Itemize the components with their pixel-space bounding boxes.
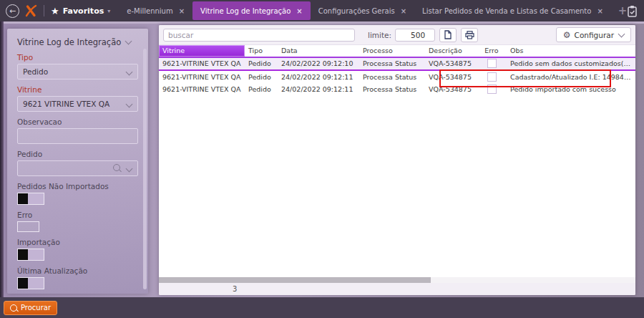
tipo-value: Pedido: [23, 67, 48, 76]
tipo-select[interactable]: Pedido: [17, 64, 138, 80]
vitrine-value: 9621 VITRINE VTEX QA: [23, 100, 109, 108]
cell-obs: Pedido importado com sucesso: [507, 83, 635, 95]
gear-icon: ⚙: [563, 31, 571, 39]
vitrine-select[interactable]: 9621 VITRINE VTEX QA: [17, 96, 138, 112]
panel-title[interactable]: Vitrine Log de Integração: [17, 37, 138, 47]
table-header-row: Vitrine Tipo Data Processo Descrição Err…: [159, 45, 635, 57]
configure-button[interactable]: ⚙ Configurar: [556, 27, 631, 42]
tab-label: Configurações Gerais: [318, 7, 395, 15]
pedido-lookup-input[interactable]: [17, 160, 138, 176]
cell-descricao: VQA-534875: [425, 83, 477, 95]
table-row[interactable]: 9621-VITRINE VTEX QA Pedido 24/02/2022 0…: [159, 70, 635, 83]
cell-descricao: VQA-534875: [425, 57, 477, 70]
search-icon[interactable]: [113, 164, 120, 171]
chevron-down-icon: [126, 69, 133, 76]
tab-label: Vitrine Log de Integração: [200, 7, 291, 15]
add-tab-button[interactable]: +: [618, 4, 628, 17]
cell-data: 24/02/2022 09:12:10: [278, 57, 359, 70]
search-input[interactable]: [163, 29, 355, 42]
star-icon: ★: [51, 6, 59, 16]
filter-panel: Vitrine Log de Integração Tipo Pedido Vi…: [7, 29, 148, 294]
scrollbar-thumb[interactable]: [159, 277, 431, 283]
topbar: ← ★ Favoritos ▾ e-Millennium × Vitrine L…: [0, 0, 644, 21]
back-icon[interactable]: ←: [6, 4, 19, 18]
pedidos-nao-importados-toggle[interactable]: [17, 193, 44, 205]
toggle-knob: [18, 278, 28, 289]
ultima-atualizacao-toggle[interactable]: [17, 277, 44, 289]
left-edge-shadow: [0, 21, 4, 297]
divider: [44, 5, 44, 16]
brand-logo-icon[interactable]: [25, 4, 37, 17]
topbar-actions: [627, 5, 644, 17]
observacao-input[interactable]: [17, 128, 138, 144]
importacao-toggle[interactable]: [17, 249, 44, 261]
tab-e-millennium[interactable]: e-Millennium ×: [119, 1, 192, 20]
erro-label: Erro: [17, 211, 138, 219]
chevron-down-icon: [126, 165, 133, 173]
bottom-action-bar: Procurar: [0, 297, 644, 318]
favorites-menu[interactable]: ★ Favoritos ▾: [51, 6, 110, 16]
cell-processo: Processa Status: [359, 70, 425, 83]
cell-processo: Processa Status: [359, 83, 425, 95]
back-arrow-glyph: ←: [9, 6, 16, 16]
panel-title-label: Vitrine Log de Integração: [17, 37, 121, 47]
cell-processo: Processa Status: [359, 57, 425, 70]
cell-vitrine: 9621-VITRINE VTEX QA: [159, 70, 245, 83]
chevron-down-icon: ▾: [107, 8, 110, 14]
observacao-label: Observacao: [17, 117, 138, 126]
tasks-clipboard-icon[interactable]: [627, 5, 638, 17]
main-area: Vitrine Log de Integração Tipo Pedido Vi…: [0, 21, 644, 297]
pedidos-nao-importados-label: Pedidos Não Importados: [17, 182, 138, 191]
tab-vitrine-log-de-integracao[interactable]: Vitrine Log de Integração ×: [192, 1, 311, 20]
cell-obs: Pedido sem dados customizados(customDat.…: [507, 57, 635, 70]
limit-input[interactable]: [395, 29, 435, 42]
document-icon: [444, 30, 452, 39]
column-header-erro[interactable]: Erro: [477, 45, 507, 57]
erro-toggle[interactable]: [17, 221, 39, 232]
tab-bar: e-Millennium × Vitrine Log de Integração…: [119, 0, 627, 21]
configure-label: Configurar: [575, 31, 614, 39]
vitrine-label: Vitrine: [17, 85, 138, 94]
printer-icon: [465, 31, 474, 39]
chevron-down-icon: [126, 101, 133, 108]
cell-tipo: Pedido: [245, 70, 278, 83]
results-panel: limite: ⚙ Configu: [159, 25, 635, 295]
erro-checkbox[interactable]: [487, 85, 497, 94]
cell-vitrine: 9621-VITRINE VTEX QA: [159, 83, 245, 95]
cell-obs: Cadastrado/Atualizado I.E: 149848403115: [507, 70, 635, 83]
results-toolbar: limite: ⚙ Configu: [159, 25, 635, 45]
app-window: ← ★ Favoritos ▾ e-Millennium × Vitrine L…: [0, 0, 644, 318]
limit-label: limite:: [368, 31, 391, 39]
pedido-label: Pedido: [17, 150, 138, 158]
print-button[interactable]: [461, 28, 478, 42]
column-header-tipo[interactable]: Tipo: [245, 45, 278, 57]
tab-listar-pedidos[interactable]: Listar Pedidos de Venda e Listas de Casa…: [414, 1, 611, 20]
table-row[interactable]: 9621-VITRINE VTEX QA Pedido 24/02/2022 0…: [159, 83, 635, 95]
horizontal-scrollbar[interactable]: [159, 277, 635, 283]
sidebar-scrollbar[interactable]: [143, 49, 147, 289]
close-icon[interactable]: ×: [597, 7, 602, 15]
chevron-down-icon: [618, 31, 625, 38]
cell-data: 24/02/2022 09:12:11: [278, 83, 359, 95]
close-icon[interactable]: ×: [179, 7, 185, 15]
tab-label: Listar Pedidos de Venda e Listas de Casa…: [422, 7, 591, 15]
search-submit-button[interactable]: Procurar: [4, 301, 57, 315]
table-footer: 3: [159, 283, 635, 295]
row-count: 3: [233, 285, 237, 293]
procurar-label: Procurar: [21, 304, 51, 312]
export-button[interactable]: [439, 28, 457, 42]
column-header-data[interactable]: Data: [278, 45, 359, 57]
close-icon[interactable]: ×: [296, 7, 302, 15]
column-header-obs[interactable]: Obs: [507, 45, 635, 57]
column-header-vitrine[interactable]: Vitrine: [159, 45, 245, 57]
search-icon: [10, 304, 17, 312]
erro-checkbox[interactable]: [487, 72, 497, 82]
close-icon[interactable]: ×: [401, 7, 406, 15]
column-header-processo[interactable]: Processo: [359, 45, 425, 57]
tab-label: e-Millennium: [127, 7, 172, 15]
erro-checkbox[interactable]: [487, 59, 497, 68]
tab-configuracoes-gerais[interactable]: Configurações Gerais ×: [311, 1, 414, 20]
cell-vitrine: 9621-VITRINE VTEX QA: [159, 57, 245, 70]
table-row[interactable]: 9621-VITRINE VTEX QA Pedido 24/02/2022 0…: [159, 57, 635, 70]
column-header-descricao[interactable]: Descrição: [425, 45, 477, 57]
